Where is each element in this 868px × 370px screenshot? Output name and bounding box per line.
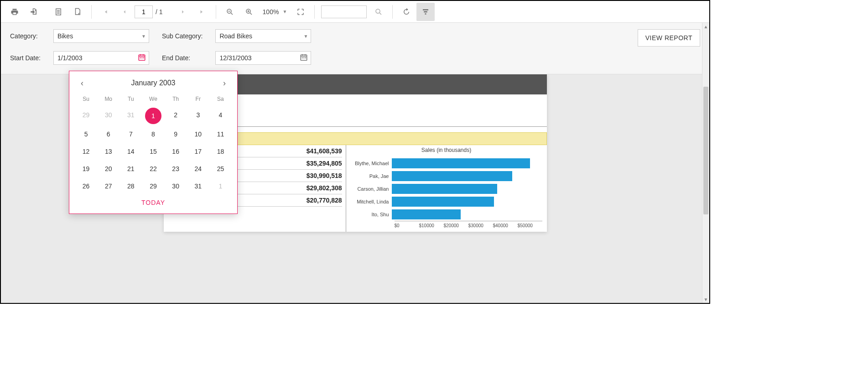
- chevron-right-icon: ›: [223, 78, 226, 88]
- first-page-icon: [102, 9, 109, 15]
- chart-tick: $0: [395, 223, 419, 228]
- datepicker-day[interactable]: 4: [209, 108, 232, 124]
- zoom-select[interactable]: 100%▼: [263, 8, 287, 16]
- datepicker-day[interactable]: 28: [120, 179, 142, 193]
- datepicker-day[interactable]: 19: [75, 162, 97, 176]
- subcategory-select[interactable]: Road Bikes▼: [215, 29, 311, 43]
- svg-point-13: [376, 9, 380, 13]
- datepicker-day[interactable]: 3: [187, 108, 209, 124]
- datepicker-day[interactable]: 29: [75, 108, 97, 124]
- calendar-icon[interactable]: [138, 53, 146, 63]
- chevron-right-icon: [180, 9, 186, 15]
- fit-page-button[interactable]: [291, 3, 310, 21]
- datepicker-grid: SuMoTuWeThFrSa29303112345678910111213141…: [75, 93, 232, 193]
- page-settings-button[interactable]: [68, 3, 87, 21]
- refresh-icon: [402, 8, 411, 16]
- zoom-out-button[interactable]: [221, 3, 239, 21]
- datepicker-day[interactable]: 1: [209, 179, 232, 193]
- chart-bar-label: Blythe, Michael: [351, 161, 392, 166]
- zoom-in-icon: [245, 8, 253, 16]
- scroll-up-arrow[interactable]: ▲: [702, 23, 709, 30]
- start-date-input[interactable]: 1/1/2003: [53, 51, 149, 65]
- svg-rect-27: [304, 57, 305, 58]
- first-page-button[interactable]: [96, 3, 114, 21]
- chart-bar: [392, 184, 497, 194]
- datepicker-day[interactable]: 29: [142, 179, 164, 193]
- datepicker-day[interactable]: 25: [209, 162, 232, 176]
- scroll-down-arrow[interactable]: ▼: [702, 296, 709, 303]
- datepicker-day[interactable]: 24: [187, 162, 209, 176]
- datepicker-day[interactable]: 9: [165, 127, 187, 141]
- zoom-in-button[interactable]: [240, 3, 258, 21]
- datepicker-day[interactable]: 21: [120, 162, 142, 176]
- chart-title: Sales (in thousands): [351, 147, 542, 153]
- datepicker-day[interactable]: 17: [187, 144, 209, 159]
- chart-bar: [392, 158, 530, 168]
- next-page-button[interactable]: [174, 3, 192, 21]
- chart-bar: [392, 197, 494, 207]
- datepicker-day[interactable]: 12: [75, 144, 97, 159]
- bar-chart: Blythe, MichaelPak, JaeCarson, JillianMi…: [351, 157, 542, 221]
- datepicker-day[interactable]: 16: [165, 144, 187, 159]
- datepicker-dow: Fr: [187, 93, 209, 105]
- datepicker-day[interactable]: 13: [97, 144, 120, 159]
- end-date-input[interactable]: 12/31/2003: [215, 51, 311, 65]
- datepicker-day[interactable]: 10: [187, 127, 209, 141]
- last-page-button[interactable]: [193, 3, 211, 21]
- chart-bar: [392, 209, 461, 219]
- chart-bar-row: Pak, Jae: [351, 170, 542, 182]
- datepicker-day[interactable]: 30: [165, 179, 187, 193]
- refresh-button[interactable]: [397, 3, 416, 21]
- toolbar: / 1 100%▼: [1, 1, 709, 23]
- chart-bar-label: Carson, Jillian: [351, 186, 392, 192]
- datepicker-day[interactable]: 8: [142, 127, 164, 141]
- datepicker-day[interactable]: 31: [120, 108, 142, 124]
- chart-tick: $30000: [468, 223, 493, 228]
- caret-down-icon: ▼: [282, 9, 287, 14]
- category-select[interactable]: Bikes▼: [53, 29, 149, 43]
- datepicker-day[interactable]: 26: [75, 179, 97, 193]
- datepicker-day[interactable]: 5: [75, 127, 97, 141]
- svg-rect-26: [302, 57, 303, 58]
- datepicker-day[interactable]: 14: [120, 144, 142, 159]
- vertical-scrollbar[interactable]: ▲ ▼: [702, 23, 709, 303]
- datepicker-day[interactable]: 2: [165, 108, 187, 124]
- parameters-toggle[interactable]: [416, 3, 435, 21]
- category-label: Category:: [10, 32, 41, 40]
- datepicker-day[interactable]: 23: [165, 162, 187, 176]
- svg-line-8: [231, 13, 233, 15]
- search-input[interactable]: [321, 5, 367, 18]
- datepicker-day[interactable]: 11: [209, 127, 232, 141]
- export-button[interactable]: [25, 3, 43, 21]
- page-total-label: / 1: [156, 8, 163, 16]
- page-icon: [54, 8, 62, 16]
- datepicker-next[interactable]: ›: [219, 78, 230, 89]
- page-gear-icon: [73, 8, 82, 16]
- scrollbar-thumb[interactable]: [703, 87, 708, 214]
- view-report-button[interactable]: VIEW REPORT: [638, 29, 700, 47]
- chart-tick: $20000: [444, 223, 468, 228]
- print-button[interactable]: [5, 3, 24, 21]
- datepicker-day[interactable]: 20: [97, 162, 120, 176]
- datepicker-today-button[interactable]: TODAY: [75, 193, 232, 207]
- datepicker-title[interactable]: January 2003: [131, 79, 176, 87]
- chart-tick: $50000: [518, 223, 542, 228]
- datepicker-day[interactable]: 6: [97, 127, 120, 141]
- datepicker-day[interactable]: 7: [120, 127, 142, 141]
- chart-column: Sales (in thousands) Blythe, MichaelPak,…: [346, 145, 547, 232]
- datepicker-prev[interactable]: ‹: [77, 78, 88, 89]
- datepicker-day[interactable]: 1: [142, 108, 164, 124]
- datepicker-day[interactable]: 31: [187, 179, 209, 193]
- datepicker-day[interactable]: 15: [142, 144, 164, 159]
- datepicker-dow: Mo: [97, 93, 120, 105]
- datepicker-day[interactable]: 18: [209, 144, 232, 159]
- datepicker-day[interactable]: 22: [142, 162, 164, 176]
- prev-page-button[interactable]: [115, 3, 134, 21]
- datepicker-day[interactable]: 30: [97, 108, 120, 124]
- svg-line-12: [250, 13, 252, 15]
- page-layout-button[interactable]: [49, 3, 68, 21]
- calendar-icon[interactable]: [300, 53, 308, 63]
- datepicker-day[interactable]: 27: [97, 179, 120, 193]
- search-button[interactable]: [369, 3, 388, 21]
- page-number-input[interactable]: [135, 5, 153, 18]
